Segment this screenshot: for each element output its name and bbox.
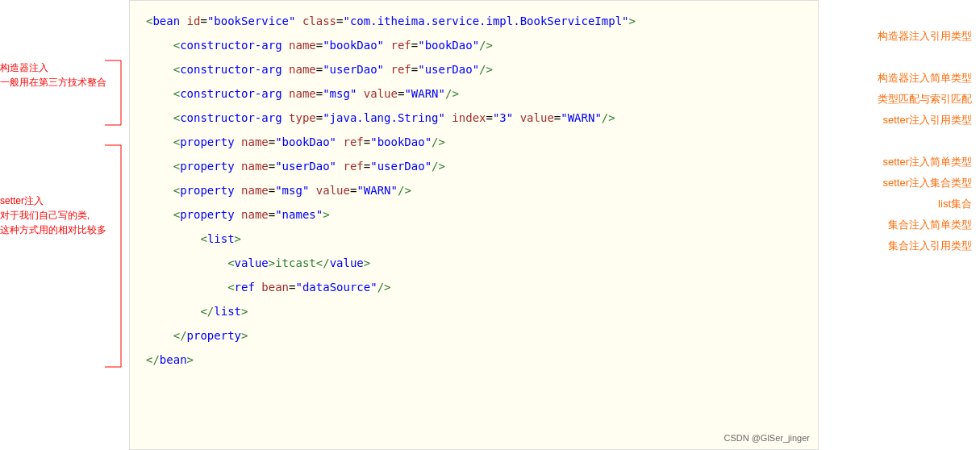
- left-annotations: 构造器注入 一般用在第三方技术整合 setter注入 对于我们自己写的类, 这种…: [0, 0, 129, 450]
- right-anno-10: 集合注入简单类型: [888, 218, 972, 232]
- right-anno-9: list集合: [938, 197, 972, 211]
- code-line-5: <property name="bookDao" ref="bookDao"/>: [130, 130, 818, 154]
- main-container: 构造器注入 一般用在第三方技术整合 setter注入 对于我们自己写的类, 这种…: [0, 0, 980, 450]
- code-line-11: <ref bean="dataSource"/>: [130, 275, 818, 299]
- code-line-10: <value>itcast</value>: [130, 251, 818, 275]
- watermark: CSDN @GlSer_jinger: [724, 433, 810, 443]
- code-line-6: <property name="userDao" ref="userDao"/>: [130, 154, 818, 178]
- code-line-12: </list>: [130, 299, 818, 323]
- code-line-4: <constructor-arg type="java.lang.String"…: [130, 106, 818, 130]
- setter-sub1: 对于我们自己写的类,: [0, 208, 106, 223]
- code-line-bean-open: <bean id="bookService" class="com.itheim…: [130, 9, 818, 33]
- constructor-label: 构造器注入: [0, 60, 106, 75]
- code-panel: <bean id="bookService" class="com.itheim…: [129, 0, 819, 450]
- code-line-8: <property name="names">: [130, 202, 818, 227]
- right-anno-8: setter注入集合类型: [882, 176, 972, 190]
- code-line-7: <property name="msg" value="WARN"/>: [130, 178, 818, 202]
- constructor-sub: 一般用在第三方技术整合: [0, 75, 106, 90]
- setter-annotation: setter注入 对于我们自己写的类, 这种方式用的相对比较多: [0, 194, 106, 237]
- code-line-1: <constructor-arg name="bookDao" ref="boo…: [130, 33, 818, 57]
- setter-sub2: 这种方式用的相对比较多: [0, 223, 106, 237]
- right-anno-1: 构造器注入引用类型: [878, 29, 972, 44]
- constructor-annotation: 构造器注入 一般用在第三方技术整合: [0, 60, 106, 90]
- right-anno-3: 构造器注入简单类型: [878, 71, 972, 85]
- right-panel: 构造器注入引用类型 构造器注入简单类型 类型匹配与索引匹配 setter注入引用…: [819, 0, 980, 450]
- right-anno-7: setter注入简单类型: [882, 155, 972, 169]
- code-line-2: <constructor-arg name="userDao" ref="use…: [130, 57, 818, 81]
- code-line-14: </bean>: [130, 348, 818, 372]
- right-anno-4: 类型匹配与索引匹配: [878, 92, 972, 106]
- right-anno-5: setter注入引用类型: [882, 113, 972, 127]
- right-anno-11: 集合注入引用类型: [888, 239, 972, 253]
- code-line-9: <list>: [130, 227, 818, 251]
- code-line-3: <constructor-arg name="msg" value="WARN"…: [130, 81, 818, 106]
- code-line-13: </property>: [130, 323, 818, 348]
- setter-label: setter注入: [0, 194, 106, 208]
